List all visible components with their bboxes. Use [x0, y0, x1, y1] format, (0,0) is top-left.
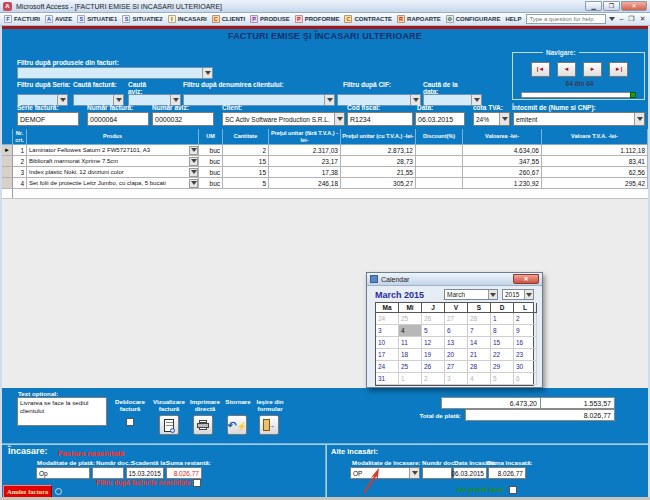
nav-last-button[interactable]: ►| — [609, 62, 628, 77]
menu-item-configurare[interactable]: ⚙CONFIGURARE — [446, 15, 501, 23]
table-cell[interactable]: 15 — [223, 167, 269, 178]
calendar-day[interactable]: 3 — [376, 325, 399, 337]
calendar-day[interactable]: 19 — [422, 349, 445, 361]
help-search-input[interactable] — [526, 14, 606, 24]
table-cell[interactable]: 2.317,03 — [269, 145, 341, 156]
calendar-day[interactable]: 28 — [468, 361, 491, 373]
menu-item-contracte[interactable]: CCONTRACTE — [344, 15, 392, 23]
table-cell[interactable]: buc — [199, 156, 223, 167]
calendar-day[interactable]: 6 — [445, 325, 468, 337]
table-cell[interactable]: 260,67 — [463, 167, 542, 178]
vizualizare-button[interactable] — [159, 415, 179, 435]
calendar-day[interactable]: 29 — [491, 361, 514, 373]
tva-combo[interactable]: 24% — [473, 112, 510, 126]
table-cell[interactable]: 2 — [13, 156, 27, 167]
menu-item-proforme[interactable]: PPROFORME — [295, 15, 340, 23]
menu-item-incasari[interactable]: IINCASARI — [168, 15, 207, 23]
table-cell[interactable]: 5 — [223, 178, 269, 189]
calendar-day[interactable]: 23 — [514, 349, 537, 361]
calendar-day[interactable]: 16 — [514, 337, 537, 349]
calendar-day[interactable]: 21 — [468, 349, 491, 361]
table-cell[interactable]: buc — [199, 178, 223, 189]
product-cell[interactable]: Laminator Fellowes Saturn 2 FW5727101, A… — [27, 145, 199, 156]
calendar-day[interactable]: 22 — [491, 349, 514, 361]
menu-item-situatie2[interactable]: SSITUATIE2 — [122, 15, 162, 23]
iesire-button[interactable]: → — [259, 415, 279, 435]
am-primit-checkbox[interactable] — [509, 486, 517, 494]
table-cell[interactable]: 28,73 — [341, 156, 416, 167]
row-selector[interactable] — [2, 167, 13, 178]
table-cell[interactable] — [416, 178, 463, 189]
product-dropdown-icon[interactable] — [189, 146, 198, 155]
product-cell[interactable]: Index plastic Noki, 12 diviziuni color — [27, 167, 199, 178]
table-cell[interactable] — [416, 145, 463, 156]
calendar-day[interactable]: 4 — [468, 373, 491, 385]
menu-item-situatie1[interactable]: SSITUATIE1 — [77, 15, 117, 23]
row-selector[interactable]: ► — [2, 145, 13, 156]
row-selector[interactable] — [2, 156, 13, 167]
calendar-day[interactable]: 1 — [399, 373, 422, 385]
progress-handle[interactable] — [630, 92, 636, 98]
calendar-day[interactable]: 20 — [445, 349, 468, 361]
filtru-neachitate-checkbox[interactable] — [193, 479, 201, 487]
calendar-day[interactable]: 11 — [399, 337, 422, 349]
table-cell[interactable]: buc — [199, 167, 223, 178]
calendar-day[interactable]: 24 — [376, 313, 399, 325]
filter-client-combo[interactable] — [183, 94, 335, 106]
calendar-day[interactable]: 4 — [399, 325, 422, 337]
calendar-day[interactable]: 3 — [445, 373, 468, 385]
table-cell[interactable]: 2.873,12 — [341, 145, 416, 156]
table-cell[interactable]: 15 — [223, 156, 269, 167]
table-cell[interactable]: 1.230,92 — [463, 178, 542, 189]
calendar-day[interactable]: 2 — [514, 313, 537, 325]
calendar-day[interactable]: 5 — [491, 373, 514, 385]
mod-incasare-combo[interactable]: OP — [350, 467, 420, 479]
calendar-day[interactable]: 10 — [376, 337, 399, 349]
mdi-close-button[interactable]: ✕ — [639, 14, 647, 24]
calendar-day[interactable]: 27 — [445, 313, 468, 325]
help-dropdown-icon[interactable] — [609, 17, 615, 21]
stornare-button[interactable]: ↶⚡ — [227, 415, 247, 435]
menu-item-clienti[interactable]: CCLIENTI — [212, 15, 245, 23]
calendar-day[interactable]: 5 — [422, 325, 445, 337]
minimize-button[interactable]: ▁ — [585, 1, 602, 11]
calendar-day[interactable]: 7 — [468, 325, 491, 337]
calendar-day[interactable]: 9 — [514, 325, 537, 337]
suma-incasata-field[interactable]: 8.026,77 — [488, 467, 526, 479]
calendar-day[interactable]: 25 — [399, 361, 422, 373]
calendar-day[interactable]: 12 — [422, 337, 445, 349]
data-incasarii-field[interactable]: 06.03.2015 — [453, 467, 487, 479]
table-cell[interactable]: 347,55 — [463, 156, 542, 167]
mdi-restore-button[interactable]: ❐ — [627, 14, 635, 24]
mdi-minimize-button[interactable]: – — [618, 14, 624, 24]
calendar-day[interactable]: 13 — [445, 337, 468, 349]
table-empty-row[interactable] — [2, 189, 648, 199]
calendar-day[interactable]: 18 — [399, 349, 422, 361]
anulez-radio[interactable] — [55, 488, 62, 495]
table-cell[interactable]: buc — [199, 145, 223, 156]
table-cell[interactable]: 4 — [13, 178, 27, 189]
calendar-day[interactable]: 1 — [491, 313, 514, 325]
menu-item-avize[interactable]: AAVIZE — [45, 15, 72, 23]
product-dropdown-icon[interactable] — [189, 168, 198, 177]
calendar-day[interactable]: 6 — [514, 373, 537, 385]
table-cell[interactable] — [416, 156, 463, 167]
calendar-day[interactable]: 2 — [422, 373, 445, 385]
nav-next-button[interactable]: ► — [583, 62, 602, 77]
close-button[interactable]: ✕ — [621, 1, 647, 11]
chevron-down-icon[interactable] — [202, 68, 212, 78]
calendar-day[interactable]: 27 — [445, 361, 468, 373]
table-cell[interactable]: 1 — [13, 145, 27, 156]
menu-item-facturi[interactable]: FFACTURI — [4, 15, 40, 23]
menu-item-rapoarte[interactable]: RRAPOARTE — [397, 15, 441, 23]
table-cell[interactable] — [416, 167, 463, 178]
table-cell[interactable]: 246,18 — [269, 178, 341, 189]
cod-fiscal-field[interactable]: R1234 — [347, 112, 413, 126]
nav-prev-button[interactable]: ◄ — [557, 62, 576, 77]
calendar-month-select[interactable]: March — [444, 289, 498, 300]
suma-restanta-field[interactable]: 8.026,77 — [166, 467, 202, 479]
table-cell[interactable]: 62,56 — [542, 167, 648, 178]
deblocare-checkbox[interactable] — [126, 418, 134, 426]
mod-plata-field[interactable]: Op — [36, 467, 90, 479]
calendar-day[interactable]: 28 — [468, 313, 491, 325]
